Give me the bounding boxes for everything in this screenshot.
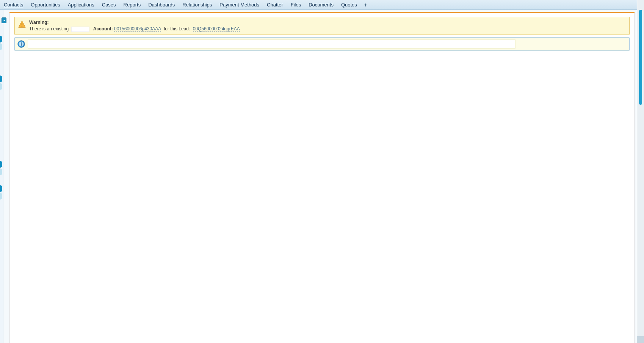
info-message [28,39,516,49]
sidebar-nub-1b[interactable] [0,43,2,50]
tab-applications[interactable]: Applications [64,0,98,9]
sidebar-nub-4[interactable] [0,185,2,192]
tab-files[interactable]: Files [287,0,305,9]
tab-documents[interactable]: Documents [305,0,337,9]
tab-add-more[interactable]: + [361,0,370,9]
svg-rect-2 [22,26,22,27]
tab-relationships[interactable]: Relationships [179,0,216,9]
sidebar-nub-2[interactable] [0,76,2,82]
warning-account-link[interactable]: 00156000006p430AAA [114,26,161,32]
info-icon [17,40,25,48]
warning-mid-text: for this Lead: [164,26,190,31]
tab-reports[interactable]: Reports [120,0,145,9]
tab-chatter[interactable]: Chatter [263,0,287,9]
svg-rect-6 [21,42,22,43]
tab-contacts[interactable]: Contacts [0,0,27,9]
info-banner [14,37,630,51]
svg-rect-5 [21,43,22,46]
warning-lead-link[interactable]: 00Q560000024qqrEAA [193,26,240,32]
warning-text: Warning: There is an existing Account: 0… [29,19,240,32]
warning-prefix: There is an existing [29,26,69,31]
tab-payment-methods[interactable]: Payment Methods [216,0,263,9]
tab-cases[interactable]: Cases [98,0,120,9]
tab-dashboards[interactable]: Dashboards [144,0,179,9]
tab-quotes[interactable]: Quotes [337,0,361,9]
sidebar-nub-1[interactable] [0,36,2,42]
vertical-scrollbar[interactable] [637,0,644,343]
warning-icon [18,20,26,28]
sidebar-collapsed: ◂ [0,10,3,343]
warning-account-label: Account: [93,26,113,31]
content-area: Warning: There is an existing Account: 0… [9,13,635,343]
svg-rect-1 [22,23,22,25]
sidebar-nub-3[interactable] [0,161,2,168]
sidebar-nub-4b[interactable] [0,193,2,200]
tab-opportunities[interactable]: Opportunities [27,0,64,9]
sidebar-expand-button[interactable]: ◂ [2,17,6,23]
tab-bar: Contacts Opportunities Applications Case… [0,0,644,10]
sidebar-nub-3b[interactable] [0,168,2,175]
warning-banner: Warning: There is an existing Account: 0… [14,17,630,35]
warning-title: Warning: [29,19,240,26]
redacted-segment [71,27,89,32]
sidebar-nub-2b[interactable] [0,83,2,90]
